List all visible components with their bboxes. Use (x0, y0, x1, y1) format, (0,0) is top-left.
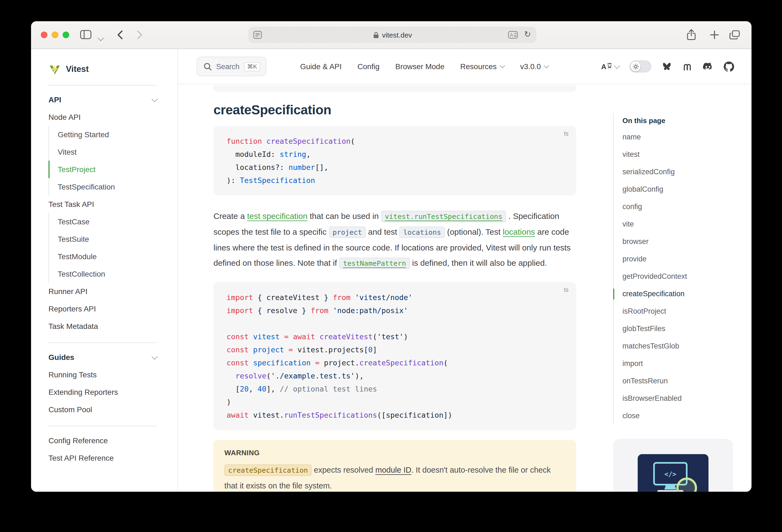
page-format-icon[interactable] (253, 31, 262, 39)
toc-item-globalconfig[interactable]: globalConfig (623, 181, 733, 198)
toc-item-import[interactable]: import (623, 355, 733, 373)
code: import { createVitest } from 'vitest/nod… (226, 291, 563, 422)
toc-item-vite[interactable]: vite (623, 216, 733, 233)
chevron-down-icon (544, 63, 549, 68)
page-title: createSpecification (213, 101, 576, 119)
forward-button[interactable] (137, 30, 143, 40)
browser-toolbar: vitest.dev A ↻ (31, 21, 751, 49)
sidebar-item-testsuite[interactable]: TestSuite (48, 230, 157, 248)
address-bar[interactable]: vitest.dev A ↻ (248, 27, 536, 43)
nav-link-label: Guide & API (300, 62, 342, 71)
search-label: Search (216, 62, 240, 71)
inline-link-module-id[interactable]: module ID (376, 466, 412, 474)
sidebar-item-task-metadata[interactable]: Task Metadata (48, 317, 157, 335)
nav-link-label: Browser Mode (395, 62, 445, 71)
reload-icon[interactable]: ↻ (524, 29, 531, 39)
sidebar-group-api[interactable]: API (48, 91, 157, 108)
sidebar-group-guides[interactable]: Guides (48, 349, 157, 366)
search-button[interactable]: Search ⌘K (197, 57, 266, 76)
toc-title: On this page (623, 113, 733, 129)
code-lang-badge: ts (564, 130, 569, 137)
zoom-window-button[interactable] (63, 32, 69, 38)
sidebar-item-testproject[interactable]: TestProject (48, 161, 157, 178)
svg-text:A: A (601, 63, 606, 71)
previous-code-block-partial (213, 85, 576, 92)
toc-item-close[interactable]: close (623, 407, 733, 425)
doc-scroll-area[interactable]: createSpecification ts function createSp… (178, 84, 751, 492)
inline-code-link-vitest-runtestspecifications[interactable]: vitest.runTestSpecifications (381, 211, 506, 222)
nav-link-guide-api[interactable]: Guide & API (300, 62, 342, 71)
mastodon-icon (682, 62, 692, 71)
code-lang-badge: ts (564, 286, 569, 293)
inline-code-link-testnamepattern[interactable]: testNamePattern (339, 257, 410, 269)
sidebar-item-testcollection[interactable]: TestCollection (48, 265, 157, 283)
discord-icon (703, 62, 713, 71)
sidebar-item-vitest[interactable]: Vitest (48, 143, 157, 161)
toc-item-name[interactable]: name (623, 129, 733, 146)
close-window-button[interactable] (41, 32, 47, 38)
nav-link-v3-0-0[interactable]: v3.0.0 (520, 62, 548, 71)
sidebar-item-custom-pool[interactable]: Custom Pool (48, 401, 157, 418)
toc-item-browser[interactable]: browser (623, 233, 733, 250)
web-page: Vitest APINode APIGetting StartedVitestT… (31, 49, 751, 492)
site-logo[interactable]: Vitest (48, 61, 157, 77)
brand-name: Vitest (66, 64, 89, 74)
sponsor-card[interactable]: </> (613, 439, 733, 492)
nav-link-resources[interactable]: Resources (460, 62, 504, 71)
language-menu[interactable]: A (601, 62, 619, 71)
sidebar-item-testcase[interactable]: TestCase (48, 213, 157, 230)
minimize-window-button[interactable] (52, 32, 58, 38)
toc-item-config[interactable]: config (623, 198, 733, 216)
on-this-page: On this page namevitestserializedConfigg… (613, 113, 733, 492)
translate-icon[interactable]: A (508, 31, 518, 39)
toc-item-isbrowserenabled[interactable]: isBrowserEnabled (623, 390, 733, 407)
nav-link-browser-mode[interactable]: Browser Mode (395, 62, 445, 71)
ad-illustration: </> (638, 454, 709, 492)
text-run: and test (366, 227, 399, 236)
sidebar-menu-chevron[interactable] (99, 33, 103, 42)
back-button[interactable] (117, 30, 123, 40)
sidebar-item-node-api[interactable]: Node API (48, 108, 157, 126)
toc-item-serializedconfig[interactable]: serializedConfig (623, 163, 733, 181)
sidebar-item-extending-reporters[interactable]: Extending Reporters (48, 383, 157, 401)
share-button[interactable] (687, 29, 696, 40)
warning-body: createSpecification expects resolved mod… (224, 462, 565, 492)
toc-item-isrootproject[interactable]: isRootProject (623, 303, 733, 320)
toc-item-vitest[interactable]: vitest (623, 146, 733, 163)
inline-link-test-specification[interactable]: test specification (247, 211, 308, 220)
text-run: is defined, then it will also be applied… (410, 258, 547, 268)
sidebar-item-test-api-reference[interactable]: Test API Reference (48, 449, 157, 467)
toc-item-matchestestglob[interactable]: matchesTestGlob (623, 338, 733, 355)
sidebar-item-running-tests[interactable]: Running Tests (48, 366, 157, 383)
bluesky-link[interactable] (662, 62, 672, 71)
sidebar-item-testmodule[interactable]: TestModule (48, 248, 157, 265)
sidebar-item-config-reference[interactable]: Config Reference (48, 432, 157, 449)
new-tab-button[interactable] (710, 30, 719, 40)
back-icon (117, 30, 123, 40)
sidebar-toggle-icon (80, 30, 92, 39)
sidebar-item-testspecification[interactable]: TestSpecification (48, 178, 157, 196)
mastodon-link[interactable] (682, 62, 692, 71)
sidebar-divider (48, 343, 157, 343)
inline-link-locations[interactable]: locations (503, 227, 535, 236)
theme-toggle[interactable] (630, 61, 651, 72)
sidebar-item-test-task-api[interactable]: Test Task API (48, 196, 157, 213)
sidebar-toggle-button[interactable] (80, 30, 92, 39)
inline-code: project (329, 226, 366, 238)
sidebar-item-runner-api[interactable]: Runner API (48, 283, 157, 300)
sidebar-item-reporters-api[interactable]: Reporters API (48, 300, 157, 317)
tab-overview-button[interactable] (729, 30, 740, 40)
toc-item-createspecification[interactable]: createSpecification (623, 285, 733, 303)
github-link[interactable] (724, 61, 734, 72)
toc-item-globtestfiles[interactable]: globTestFiles (623, 320, 733, 338)
text-run: that can be used in (308, 211, 381, 220)
discord-link[interactable] (703, 62, 713, 71)
toc-item-getprovidedcontext[interactable]: getProvidedContext (623, 268, 733, 285)
sidebar-item-getting-started[interactable]: Getting Started (48, 126, 157, 143)
nav-link-config[interactable]: Config (357, 62, 380, 71)
warning-callout: WARNING createSpecification expects reso… (213, 440, 576, 492)
toc-item-ontestsrerun[interactable]: onTestsRerun (623, 373, 733, 390)
toc: On this page namevitestserializedConfigg… (613, 113, 733, 425)
doc-content: createSpecification ts function createSp… (213, 85, 576, 492)
toc-item-provide[interactable]: provide (623, 250, 733, 268)
